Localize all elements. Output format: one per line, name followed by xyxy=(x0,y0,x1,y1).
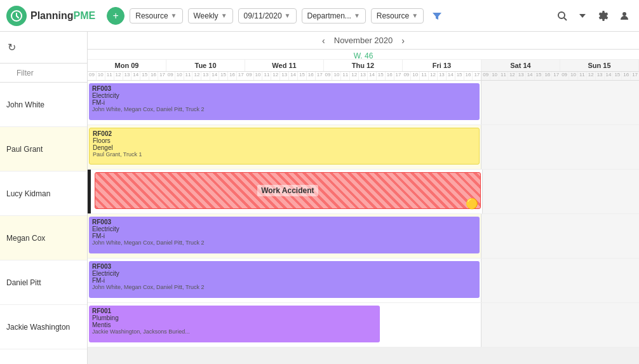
time-slot: 12 xyxy=(114,72,123,80)
time-slot: 13 xyxy=(438,72,447,80)
dropdown-arrow-button[interactable] xyxy=(575,9,589,23)
task-rf002-paul-grant[interactable]: RF002 Floors Dengel Paul Grant, Truck 1 xyxy=(89,128,480,165)
weekly-label: Weekly xyxy=(194,11,219,20)
day-sat14: Sat 14 xyxy=(481,60,560,71)
resource2-dropdown[interactable]: Resource ▼ xyxy=(371,8,424,24)
date-dropdown[interactable]: 09/11/2020 ▼ xyxy=(238,8,297,24)
header: PlanningPlanningPMEPME + Resource ▼ Week… xyxy=(0,0,639,32)
day-fri13: Fri 13 xyxy=(403,60,481,71)
task-rf003-megan-cox[interactable]: RF003 Electricity FM-i John White, Megan… xyxy=(89,217,480,253)
resource2-dropdown-arrow: ▼ xyxy=(412,12,418,19)
time-slot: 09 xyxy=(324,72,333,80)
time-slot: 10 xyxy=(569,72,578,80)
settings-button[interactable] xyxy=(595,8,611,24)
task-code: RF001 xyxy=(92,307,377,314)
time-slot: 14 xyxy=(131,72,140,80)
day-thu12: Thu 12 xyxy=(324,60,403,71)
weekly-dropdown-arrow: ▼ xyxy=(221,12,227,19)
time-slot: 15 xyxy=(298,72,307,80)
resource-dropdown[interactable]: Resource ▼ xyxy=(130,8,182,24)
time-slot: 09 xyxy=(245,72,254,80)
time-slot: 16 xyxy=(622,72,631,80)
time-header: 091011121314151617 091011121314151617 09… xyxy=(88,72,639,81)
time-slot: 17 xyxy=(473,72,481,80)
time-slot: 15 xyxy=(613,72,622,80)
filter-button[interactable] xyxy=(429,8,445,24)
next-button[interactable]: › xyxy=(398,34,408,47)
date-label: 09/11/2020 xyxy=(244,11,282,20)
time-slot: 09 xyxy=(402,72,411,80)
resource-name: John White xyxy=(6,100,44,109)
time-slot: 16 xyxy=(149,72,158,80)
resource-name: Megan Cox xyxy=(6,234,45,243)
task-code: RF003 xyxy=(92,219,476,226)
time-slot: 12 xyxy=(508,72,517,80)
refresh-button[interactable]: ↻ xyxy=(5,39,18,56)
time-slot: 17 xyxy=(237,72,245,80)
row-daniel-pitt: RF003 Electricity FM-i John White, Megan… xyxy=(88,259,639,303)
task-rf003-john-white[interactable]: RF003 Electricity FM-i John White, Megan… xyxy=(89,83,480,120)
row-megan-cox: RF003 Electricity FM-i John White, Megan… xyxy=(88,214,639,259)
time-slot: 17 xyxy=(316,72,324,80)
sidebar-item-john-white: John White xyxy=(0,83,87,127)
time-slot: 17 xyxy=(631,72,639,80)
resource-name: Jackie Washington xyxy=(6,323,70,332)
time-slot: 14 xyxy=(289,72,298,80)
department-dropdown[interactable]: Departmen... ▼ xyxy=(302,8,366,24)
sidebar-item-daniel-pitt: Daniel Pitt xyxy=(0,260,87,305)
time-slot: 13 xyxy=(596,72,605,80)
time-slot: 09 xyxy=(166,72,175,80)
time-slot: 12 xyxy=(587,72,596,80)
user-button[interactable] xyxy=(616,8,633,24)
task-name: Electricity xyxy=(92,270,476,277)
filter-row: Filter xyxy=(0,64,87,83)
resource-name: Lucy Kidman xyxy=(6,189,50,198)
task-name: Floors xyxy=(93,137,476,144)
task-work-accident[interactable]: Work Accident xyxy=(95,172,481,209)
time-slot: 14 xyxy=(210,72,219,80)
days-header: Mon 09 Tue 10 Wed 11 Thu 12 Fri 13 Sat 1… xyxy=(88,60,639,72)
time-slot: 14 xyxy=(526,72,535,80)
add-button[interactable]: + xyxy=(107,7,124,25)
time-slot: 13 xyxy=(517,72,526,80)
time-slot: 17 xyxy=(394,72,403,80)
time-slot: 15 xyxy=(140,72,149,80)
task-sub: FM-i xyxy=(92,277,476,284)
time-slot: 13 xyxy=(123,72,132,80)
search-button[interactable] xyxy=(554,8,570,24)
main-layout: ↻ Filter John White Paul Grant Lucy Kidm… xyxy=(0,32,639,364)
row-paul-grant: RF002 Floors Dengel Paul Grant, Truck 1 xyxy=(88,125,639,170)
time-slot: 16 xyxy=(228,72,237,80)
time-slot: 16 xyxy=(543,72,552,80)
time-slot: 11 xyxy=(105,72,114,80)
task-name: Electricity xyxy=(92,92,476,99)
time-slot: 12 xyxy=(350,72,359,80)
sort-button[interactable] xyxy=(5,69,14,78)
sidebar-item-paul-grant: Paul Grant xyxy=(0,127,87,172)
time-slot: 11 xyxy=(578,72,587,80)
row-jackie-washington: RF001 Plumbing Mentis Jackie Washington,… xyxy=(88,303,639,347)
time-slot: 11 xyxy=(262,72,271,80)
task-persons: John White, Megan Cox, Daniel Pitt, Truc… xyxy=(92,106,476,112)
task-rf001-jackie-washington[interactable]: RF001 Plumbing Mentis Jackie Washington,… xyxy=(89,306,380,342)
sidebar: ↻ Filter John White Paul Grant Lucy Kidm… xyxy=(0,32,88,364)
task-sub: FM-i xyxy=(92,233,476,239)
day-sun15: Sun 15 xyxy=(560,60,639,71)
time-slot: 10 xyxy=(97,72,105,80)
resource-name: Paul Grant xyxy=(6,145,43,154)
task-sub: Dengel xyxy=(93,144,476,151)
weekly-dropdown[interactable]: Weekly ▼ xyxy=(188,8,233,24)
time-slot: 13 xyxy=(201,72,210,80)
time-slot: 10 xyxy=(411,72,420,80)
time-slot: 13 xyxy=(280,72,289,80)
svg-point-1 xyxy=(558,12,565,18)
task-name: Electricity xyxy=(92,226,476,233)
resource-dropdown-arrow: ▼ xyxy=(171,12,177,19)
task-code: RF003 xyxy=(92,85,476,92)
task-rf003-daniel-pitt[interactable]: RF003 Electricity FM-i John White, Megan… xyxy=(89,261,480,298)
task-name: Work Accident xyxy=(257,185,318,196)
task-persons: Paul Grant, Truck 1 xyxy=(93,151,476,158)
prev-button[interactable]: ‹ xyxy=(318,34,329,47)
date-dropdown-arrow: ▼ xyxy=(285,12,291,19)
time-slot: 17 xyxy=(158,72,166,80)
